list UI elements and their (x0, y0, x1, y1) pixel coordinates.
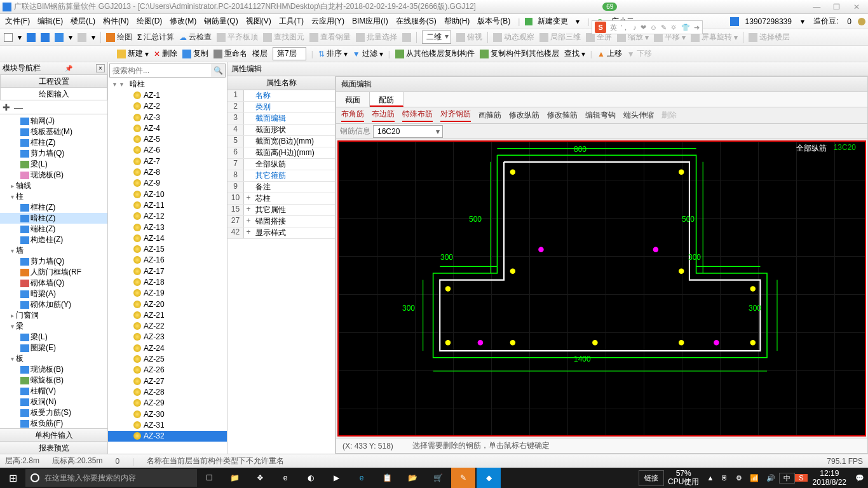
list-item[interactable]: AZ-5 (108, 133, 227, 144)
copy-component-button[interactable]: 复制 (182, 48, 208, 59)
tray-icon-1[interactable]: ▲ (703, 474, 717, 482)
list-item[interactable]: AZ-10 (108, 189, 227, 200)
ime-gear-icon[interactable]: ⛭ (670, 24, 677, 31)
search-icon[interactable]: 🔍 (211, 64, 225, 77)
save-icon[interactable] (41, 33, 50, 42)
select-floor-button[interactable]: 选择楼层 (749, 32, 790, 43)
taskbar-app-3[interactable]: e (273, 468, 297, 488)
editor-cmd[interactable]: 特殊布筋 (402, 109, 433, 122)
list-item[interactable]: AZ-7 (108, 156, 227, 166)
property-row[interactable]: 15+其它属性 (227, 205, 335, 216)
nav-tree-item[interactable]: ▾板 (0, 353, 107, 364)
dimension-select[interactable]: 二维 (422, 30, 451, 44)
tray-icon-3[interactable]: ⚙ (732, 474, 746, 482)
list-item[interactable]: AZ-4 (108, 123, 227, 133)
list-item[interactable]: AZ-19 (108, 288, 227, 299)
undo-icon[interactable] (55, 33, 64, 42)
property-row[interactable]: 1名称 (227, 90, 335, 102)
sort-button[interactable]: ⇅排序▾ (318, 48, 348, 59)
nav-close-icon[interactable]: × (96, 64, 105, 72)
property-row[interactable]: 3截面编辑 (227, 113, 335, 125)
nav-tree-item[interactable]: 剪力墙(Q) (0, 148, 107, 159)
phone-label[interactable]: 13907298339 (743, 16, 794, 27)
nav-tab-project[interactable]: 工程设置 (0, 75, 107, 88)
start-button[interactable]: ⊞ (0, 472, 25, 484)
taskbar-app-6[interactable]: 📋 (375, 468, 399, 488)
taskbar-app-4[interactable]: ◐ (299, 468, 323, 488)
menu-view[interactable]: 视图(V) (243, 15, 274, 28)
editor-cmd[interactable]: 对齐钢筋 (440, 109, 471, 122)
batch-select-button[interactable]: 批量选择 (356, 32, 397, 43)
list-item[interactable]: AZ-12 (108, 211, 227, 222)
dynamic-observe-button[interactable]: 动态观察 (493, 32, 534, 43)
nav-tree-item[interactable]: 螺旋板(B) (0, 375, 107, 386)
nav-tree[interactable]: 轴网(J)筏板基础(M)框柱(Z)剪力墙(Q)梁(L)现浇板(B)▸轴线▾柱框柱… (0, 114, 107, 428)
tray-volume-icon[interactable]: 🔊 (763, 474, 779, 482)
taskbar-clock[interactable]: 12:192018/8/22 (808, 469, 851, 487)
editor-cmd[interactable]: 布角筋 (341, 109, 364, 122)
property-row[interactable]: 8其它箍筋 (227, 170, 335, 182)
tray-icon-2[interactable]: ⛨ (717, 474, 732, 482)
nav-tab-report[interactable]: 报表预览 (0, 441, 107, 454)
editor-cmd[interactable]: 删除 (661, 110, 677, 121)
rebar-info-select[interactable]: 16C20 (373, 125, 443, 138)
move-down-button[interactable]: ▼下移 (627, 48, 652, 59)
task-view-icon[interactable]: ☐ (197, 468, 221, 488)
list-item[interactable]: AZ-9 (108, 178, 227, 189)
list-item[interactable]: AZ-17 (108, 266, 227, 276)
taskbar-app-10[interactable]: ◆ (477, 468, 501, 488)
tray-link[interactable]: 链接 (639, 470, 664, 486)
list-item[interactable]: AZ-8 (108, 166, 227, 177)
property-row[interactable]: 7全部纵筋 (227, 159, 335, 170)
menu-version[interactable]: 版本号(B) (475, 15, 513, 28)
nav-tree-item[interactable]: ▸轴线 (0, 180, 107, 191)
redo-icon[interactable] (78, 33, 86, 42)
nav-tree-item[interactable]: 板受力筋(S) (0, 407, 107, 418)
ime-face-icon[interactable]: ☺ (650, 24, 657, 31)
list-item[interactable]: AZ-31 (108, 419, 227, 430)
flat-button[interactable]: 平齐板顶 (217, 32, 258, 43)
property-grid[interactable]: 属性名称 1名称2类别3截面编辑4截面形状5截面宽(B边)(mm)6截面高(H边… (227, 76, 336, 454)
ime-shirt-icon[interactable]: 👕 (681, 24, 690, 32)
taskbar-app-8[interactable]: 🛒 (426, 468, 450, 488)
property-row[interactable]: 2类别 (227, 102, 335, 113)
floor-select[interactable]: 第7层 (273, 47, 306, 60)
property-row[interactable]: 42+显示样式 (227, 227, 335, 239)
menu-cloud[interactable]: 云应用(Y) (309, 15, 347, 28)
close-icon[interactable]: ✕ (848, 3, 865, 11)
taskbar-app-7[interactable]: 📂 (400, 468, 424, 488)
editor-cmd[interactable]: 画箍筋 (478, 110, 501, 121)
nav-tree-item[interactable]: 板洞(N) (0, 396, 107, 407)
menu-rebar[interactable]: 钢筋量(Q) (201, 15, 240, 28)
nav-tree-item[interactable]: ▾梁 (0, 321, 107, 332)
nav-tree-item[interactable]: 现浇板(B) (0, 170, 107, 180)
tab-section[interactable]: 截面 (336, 92, 370, 107)
search-input[interactable] (110, 64, 211, 77)
nav-tree-item[interactable]: ▸门窗洞 (0, 310, 107, 321)
ime-music-icon[interactable]: ♪ (633, 24, 637, 31)
list-item[interactable]: AZ-21 (108, 309, 227, 320)
taskbar-search[interactable]: 在这里输入你要搜索的内容 (25, 469, 197, 487)
menu-draw[interactable]: 绘图(D) (134, 15, 165, 28)
ime-heart-icon[interactable]: ❤ (641, 24, 646, 32)
new-component-button[interactable]: 新建▾ (117, 48, 149, 59)
copy-to-floor-button[interactable]: 复制构件到其他楼层 (480, 48, 559, 59)
menu-online[interactable]: 在线服务(S) (393, 15, 439, 28)
ime-lang[interactable]: 英 (610, 23, 617, 32)
menu-help[interactable]: 帮助(H) (442, 15, 473, 28)
filter-button[interactable]: ▼过滤▾ (353, 48, 383, 59)
property-row[interactable]: 10+芯柱 (227, 193, 335, 205)
list-item[interactable]: AZ-1 (108, 90, 227, 100)
list-item[interactable]: AZ-24 (108, 342, 227, 353)
list-item[interactable]: AZ-23 (108, 332, 227, 342)
nav-tree-item[interactable]: 框柱(Z) (0, 202, 107, 213)
list-item[interactable]: AZ-18 (108, 276, 227, 287)
property-row[interactable]: 4截面形状 (227, 125, 335, 136)
nav-icon-add[interactable]: ✚ (3, 102, 10, 112)
nav-tree-item[interactable]: ▾墙 (0, 245, 107, 256)
list-item[interactable]: AZ-30 (108, 409, 227, 419)
sum-button[interactable]: Σ汇总计算 (137, 32, 174, 43)
editor-cmd[interactable]: 编辑弯钩 (585, 110, 616, 121)
editor-cmd[interactable]: 修改箍筋 (547, 110, 578, 121)
list-item[interactable]: AZ-3 (108, 112, 227, 123)
